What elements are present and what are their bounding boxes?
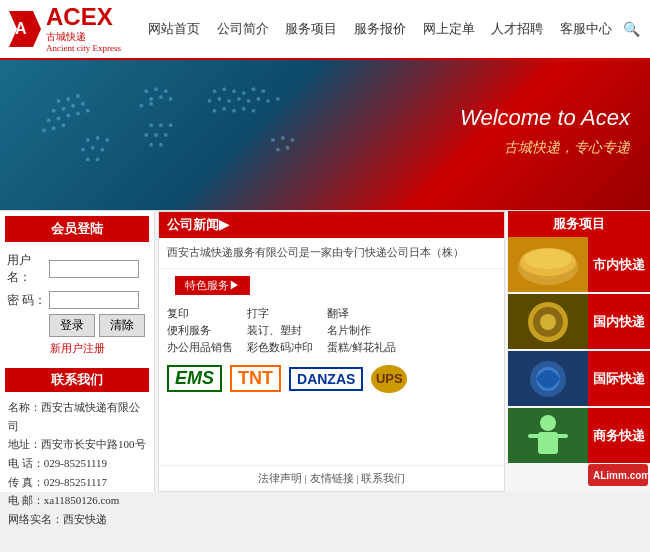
tnt-logo: TNT bbox=[230, 365, 281, 393]
svg-point-43 bbox=[252, 109, 256, 113]
nav-home[interactable]: 网站首页 bbox=[140, 16, 208, 42]
svg-point-16 bbox=[61, 123, 65, 127]
svg-point-23 bbox=[139, 104, 143, 108]
svg-point-72 bbox=[540, 314, 556, 330]
svg-point-32 bbox=[217, 97, 221, 101]
svg-rect-79 bbox=[528, 434, 540, 438]
svg-point-33 bbox=[227, 99, 231, 103]
nav-jobs[interactable]: 人才招聘 bbox=[483, 16, 551, 42]
login-form: 用户名： 密 码： 登录 清除 新用户注册 bbox=[5, 248, 149, 364]
register-link[interactable]: 新用户注册 bbox=[7, 341, 147, 356]
svg-point-13 bbox=[86, 109, 90, 113]
svg-point-77 bbox=[540, 415, 556, 431]
svg-point-26 bbox=[222, 87, 226, 91]
password-input[interactable] bbox=[49, 291, 139, 309]
svg-rect-78 bbox=[538, 432, 558, 454]
password-label: 密 码： bbox=[7, 292, 49, 309]
svg-point-34 bbox=[237, 97, 241, 101]
service-label-3: 商务快递 bbox=[588, 408, 650, 463]
svg-point-50 bbox=[149, 143, 153, 147]
svg-point-44 bbox=[149, 123, 153, 127]
svg-point-8 bbox=[81, 102, 85, 106]
ups-logo: UPS bbox=[371, 365, 407, 393]
svg-rect-80 bbox=[556, 434, 568, 438]
contact-section: 联系我们 名称：西安古城快递有限公司 地址：西安市长安中路100号 电 话：02… bbox=[5, 368, 149, 531]
service-label-1: 国内快递 bbox=[588, 294, 650, 349]
svg-point-35 bbox=[247, 99, 251, 103]
logo-subtitle2: Ancient city Express bbox=[46, 43, 121, 54]
username-input[interactable] bbox=[49, 260, 139, 278]
svg-point-63 bbox=[86, 157, 90, 161]
service-item-3[interactable]: 商务快递 bbox=[508, 408, 650, 463]
service-img-3 bbox=[508, 408, 588, 463]
brand-logos: EMS TNT DANZAS UPS bbox=[159, 361, 504, 397]
left-sidebar: 会员登陆 用户名： 密 码： 登录 清除 新用户注册 联系我们 名称：西安古城快… bbox=[0, 211, 155, 492]
contact-info: 名称：西安古城快递有限公司 地址：西安市长安中路100号 电 话：029-852… bbox=[5, 396, 149, 531]
svg-point-40 bbox=[222, 107, 226, 111]
svg-point-42 bbox=[242, 107, 246, 111]
svg-point-48 bbox=[154, 133, 158, 137]
svg-point-56 bbox=[286, 146, 290, 150]
header: A ACEX 古城快递 Ancient city Express 网站首页 公司… bbox=[0, 0, 650, 60]
svg-point-60 bbox=[81, 148, 85, 152]
service-item-0[interactable]: 市内快递 bbox=[508, 237, 650, 292]
svg-point-3 bbox=[66, 97, 70, 101]
banner-tagline: 古城快递，专心专递 bbox=[460, 139, 630, 157]
svg-point-27 bbox=[232, 89, 236, 93]
contact-line-3: 传 真：029-85251117 bbox=[8, 473, 146, 492]
svg-point-58 bbox=[96, 136, 100, 140]
svg-point-20 bbox=[149, 97, 153, 101]
clear-button[interactable]: 清除 bbox=[99, 314, 145, 337]
nav-services[interactable]: 服务项目 bbox=[277, 16, 345, 42]
banner-map-svg bbox=[0, 60, 390, 210]
svg-point-2 bbox=[57, 99, 61, 103]
footer-legal[interactable]: 法律声明 bbox=[258, 472, 302, 484]
nav-order[interactable]: 网上定单 bbox=[415, 16, 483, 42]
footer-links: 法律声明 | 友情链接 | 联系我们 bbox=[159, 465, 504, 491]
svg-point-6 bbox=[61, 107, 65, 111]
footer-contact[interactable]: 联系我们 bbox=[361, 472, 405, 484]
search-area[interactable]: 🔍 bbox=[620, 21, 650, 38]
svg-point-38 bbox=[276, 97, 280, 101]
nav-support[interactable]: 客服中心 bbox=[552, 16, 620, 42]
middle-content: 公司新闻 ▶ 西安古城快递服务有限公司是一家由专门快递公司日本（株） 特色服务▶… bbox=[158, 211, 505, 492]
svg-point-61 bbox=[91, 146, 95, 150]
services-row-2: 办公用品销售 彩色数码冲印 蛋糕/鲜花礼品 bbox=[167, 340, 496, 355]
svg-point-4 bbox=[76, 94, 80, 98]
watermark: ALimm.com bbox=[588, 464, 648, 490]
contact-line-1: 地址：西安市长安中路100号 bbox=[8, 435, 146, 454]
svg-point-11 bbox=[66, 114, 70, 118]
svg-point-49 bbox=[164, 133, 168, 137]
service-item-2[interactable]: 国际快递 bbox=[508, 351, 650, 406]
contact-line-2: 电 话：029-85251119 bbox=[8, 454, 146, 473]
special-service-btn[interactable]: 特色服务▶ bbox=[175, 276, 250, 295]
svg-point-17 bbox=[144, 89, 148, 93]
svg-text:ALimm.com: ALimm.com bbox=[593, 470, 648, 481]
nav-about[interactable]: 公司简介 bbox=[209, 16, 277, 42]
svg-point-19 bbox=[164, 89, 168, 93]
svg-point-45 bbox=[159, 123, 163, 127]
svg-point-7 bbox=[71, 104, 75, 108]
nav-pricing[interactable]: 服务报价 bbox=[346, 16, 414, 42]
service-item-1[interactable]: 国内快递 bbox=[508, 294, 650, 349]
svg-point-29 bbox=[252, 87, 256, 91]
svg-point-10 bbox=[57, 116, 61, 120]
svg-point-15 bbox=[52, 126, 56, 130]
footer-friendly[interactable]: 友情链接 bbox=[310, 472, 354, 484]
svg-point-55 bbox=[276, 148, 280, 152]
svg-point-54 bbox=[291, 138, 295, 142]
services-grid: 复印 打字 翻译 便利服务 装订、塑封 名片制作 办公用品销售 彩色数码冲印 蛋… bbox=[159, 302, 504, 361]
logo-subtitle1: 古城快递 bbox=[46, 31, 121, 43]
svg-point-68 bbox=[524, 249, 572, 269]
svg-point-41 bbox=[232, 109, 236, 113]
svg-point-59 bbox=[105, 138, 109, 142]
banner-text: Welcome to Acex 古城快递，专心专递 bbox=[460, 105, 630, 157]
username-label: 用户名： bbox=[7, 252, 49, 286]
svg-point-5 bbox=[52, 109, 56, 113]
main-nav: 网站首页 公司简介 服务项目 服务报价 网上定单 人才招聘 客服中心 bbox=[140, 0, 620, 58]
service-img-2 bbox=[508, 351, 588, 406]
svg-point-9 bbox=[47, 118, 51, 122]
svg-point-31 bbox=[208, 99, 212, 103]
main-content: 会员登陆 用户名： 密 码： 登录 清除 新用户注册 联系我们 名称：西安古城快… bbox=[0, 210, 650, 492]
login-button[interactable]: 登录 bbox=[49, 314, 95, 337]
